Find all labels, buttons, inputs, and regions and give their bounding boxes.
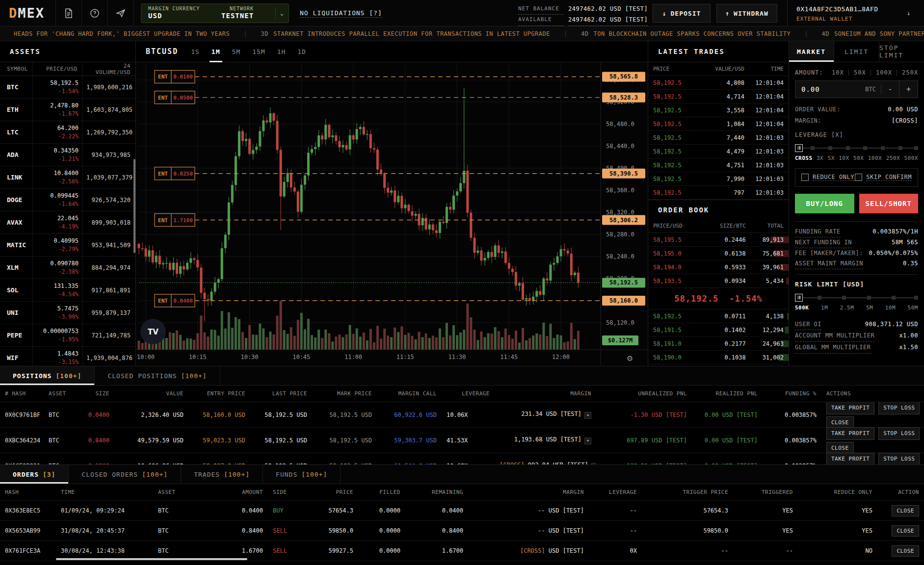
tab-funds[interactable]: FUNDS [100+]: [263, 465, 341, 484]
news-headline[interactable]: 3DSTARKNET INTRODUCES PARALLEL EXECUTION…: [247, 30, 564, 37]
news-headline[interactable]: 4DSONEIUM AND SONY PARTNER TO BRING B: [808, 30, 924, 37]
risk-mark-1m[interactable]: 1M: [821, 305, 828, 311]
news-headline[interactable]: 4DTON BLOCKCHAIN OUTAGE SPARKS CONCERNS …: [567, 30, 804, 37]
orderbook-ask-row[interactable]: 58,194.0 0.5933 39,961: [648, 260, 789, 274]
leverage-mark-100x[interactable]: 100X: [868, 155, 882, 161]
asset-row-link[interactable]: LINK 10.8400-2.56% 1,039,077,379: [0, 166, 135, 189]
sell-short-button[interactable]: SELL/SHORT: [859, 194, 919, 213]
order-type-tab-limit[interactable]: LIMIT: [834, 41, 879, 62]
asset-row-btc[interactable]: BTC 58,192.5-1.54% 1,989,600,216: [0, 76, 135, 99]
slider-stop[interactable]: [881, 146, 885, 150]
leverage-mark-3x[interactable]: 3X: [817, 155, 823, 161]
leverage-mark-5x[interactable]: 5X: [828, 155, 835, 161]
stop-loss-button[interactable]: STOP LOSS: [878, 453, 920, 464]
asset-row-doge[interactable]: DOGE 0.099445-1.64% 926,574,320: [0, 189, 135, 211]
slider-stop[interactable]: [842, 296, 846, 300]
risk-mark-10m[interactable]: 10M: [885, 305, 896, 311]
asset-row-pepe[interactable]: PEPE 0.00000753-1.95% 721,149,785: [0, 324, 135, 347]
orderbook-ask-row[interactable]: 58,195.0 0.6138 75,681: [648, 247, 789, 260]
leverage-slider-handle[interactable]: [795, 144, 803, 152]
skip-confirm-checkbox[interactable]: SKIP CONFIRM: [855, 174, 912, 181]
asset-row-eth[interactable]: ETH 2,478.80-1.67% 1,603,874,805: [0, 99, 135, 121]
stop-loss-button[interactable]: STOP LOSS: [878, 427, 920, 439]
tab-closed-positions[interactable]: CLOSED POSITIONS [100+]: [95, 366, 220, 385]
take-profit-button[interactable]: TAKE PROFIT: [826, 402, 874, 414]
add-margin-button[interactable]: +: [584, 412, 591, 419]
take-profit-button[interactable]: TAKE PROFIT: [826, 427, 874, 439]
add-margin-button[interactable]: +: [584, 437, 591, 444]
asset-row-wif[interactable]: WIF 1.4843-3.15% 1,939,004,876: [0, 347, 135, 366]
asset-row-ada[interactable]: ADA 0.34350-1.21% 934,973,985: [0, 144, 135, 166]
leverage-mark-50x[interactable]: 50X: [853, 155, 864, 161]
asset-row-xlm[interactable]: XLM 0.090780-2.38% 884,294,974: [0, 257, 135, 279]
slider-stop[interactable]: [818, 296, 821, 300]
risk-limit-slider[interactable]: [795, 294, 918, 302]
timeframe-1s[interactable]: 1S: [191, 41, 200, 62]
assets-scrollbar[interactable]: [133, 159, 135, 253]
chevron-down-icon[interactable]: ↓: [907, 10, 910, 17]
quick-amount-50x[interactable]: 50X: [854, 69, 866, 76]
quick-amount-10x[interactable]: 10X: [832, 69, 844, 76]
slider-stop[interactable]: [898, 146, 902, 150]
support-chat-icon[interactable]: [82, 0, 107, 26]
risk-mark-5m[interactable]: 5M: [866, 305, 873, 311]
slider-stop[interactable]: [863, 146, 867, 150]
slider-stop[interactable]: [892, 296, 896, 300]
asset-row-ltc[interactable]: LTC 64.200-2.22% 1,269,792,350: [0, 121, 135, 144]
price-chart[interactable]: 10:0010:1510:3010:4511:0011:1511:3011:45…: [136, 62, 648, 365]
amount-decrement-button[interactable]: -: [881, 81, 899, 98]
risk-limit-slider-handle[interactable]: [795, 294, 803, 302]
orderbook-ask-row[interactable]: 58,193.5 0.0934 5,434: [648, 274, 789, 288]
tab-orders[interactable]: ORDERS [3]: [0, 465, 69, 484]
reduce-only-checkbox[interactable]: REDUCE ONLY: [801, 174, 854, 181]
margin-currency-network-selector[interactable]: MARGIN CURRENCY USD NETWORK TESTNET ⌄: [141, 3, 289, 23]
send-icon[interactable]: [108, 0, 133, 26]
slider-stop[interactable]: [914, 296, 918, 300]
leverage-mark-500x[interactable]: 500X: [904, 155, 919, 161]
asset-row-uni[interactable]: UNI 5.7475-3.90% 959,879,137: [0, 302, 135, 324]
asset-row-matic[interactable]: MATIC 0.40995-2.79% 953,941,509: [0, 234, 135, 257]
close-order-button[interactable]: CLOSE: [892, 505, 919, 516]
risk-mark-2.5m[interactable]: 2.5M: [840, 305, 854, 311]
order-type-tab-market[interactable]: MARKET: [789, 41, 834, 62]
wallet-info[interactable]: 0X14A8F2C3D5AB1…8AFD EXTERNAL WALLET: [796, 4, 878, 23]
slider-stop[interactable]: [914, 146, 918, 150]
orderbook-bid-row[interactable]: 58,190.0 0.1038 31,002: [648, 351, 789, 364]
leverage-mark-10x[interactable]: 10X: [839, 155, 849, 161]
close-order-button[interactable]: CLOSE: [892, 525, 919, 537]
leverage-mark-cross[interactable]: CROSS: [795, 155, 813, 161]
asset-row-avax[interactable]: AVAX 22.045-4.19% 899,903,018: [0, 211, 135, 234]
risk-mark-500k[interactable]: 500K: [795, 305, 809, 311]
no-liquidations-link[interactable]: NO LIQUIDATIONS [?]: [300, 9, 382, 17]
tab-trades[interactable]: TRADES [100+]: [181, 465, 263, 484]
asset-row-sol[interactable]: SOL 131.335-4.54% 917,861,891: [0, 279, 135, 302]
orderbook-ask-row[interactable]: 58,195.5 0.2446 89,913: [648, 233, 789, 247]
amount-increment-button[interactable]: +: [899, 81, 918, 98]
slider-stop[interactable]: [867, 296, 871, 300]
deposit-button[interactable]: ↓DEPOSIT: [653, 4, 711, 23]
take-profit-button[interactable]: TAKE PROFIT: [826, 453, 874, 464]
timeframe-1d[interactable]: 1D: [297, 41, 306, 62]
timeframe-1h[interactable]: 1H: [277, 41, 286, 62]
stop-loss-button[interactable]: STOP LOSS: [878, 402, 920, 414]
buy-long-button[interactable]: BUY/LONG: [795, 194, 854, 213]
orderbook-bid-row[interactable]: 58,191.0 0.2177 24,963: [648, 337, 789, 351]
orderbook-bid-row[interactable]: 58,191.5 0.1402 12,294: [648, 323, 789, 337]
quick-amount-250x[interactable]: 250X: [902, 69, 918, 76]
close-order-button[interactable]: CLOSE: [892, 545, 919, 557]
quick-amount-100x[interactable]: 100X: [876, 69, 892, 76]
slider-stop[interactable]: [811, 146, 815, 150]
tab-positions[interactable]: POSITIONS [100+]: [0, 366, 95, 385]
timeframe-1m[interactable]: 1M: [211, 41, 220, 62]
timeframe-15m[interactable]: 15M: [252, 41, 265, 62]
amount-input[interactable]: 0.00 BTC - +: [795, 80, 918, 98]
horizontal-scrollbar[interactable]: [56, 558, 247, 560]
slider-stop[interactable]: [828, 146, 832, 150]
amount-value[interactable]: 0.00: [795, 85, 865, 93]
docs-icon[interactable]: [56, 0, 81, 26]
leverage-slider[interactable]: [795, 144, 918, 152]
leverage-mark-250x[interactable]: 250X: [886, 155, 900, 161]
risk-mark-50m[interactable]: 50M: [908, 305, 918, 311]
withdraw-button[interactable]: ↑WITHDRAW: [716, 4, 777, 23]
news-headline[interactable]: HEADS FOR 'CHANG HARD FORK,' BIGGEST UPG…: [0, 30, 243, 37]
